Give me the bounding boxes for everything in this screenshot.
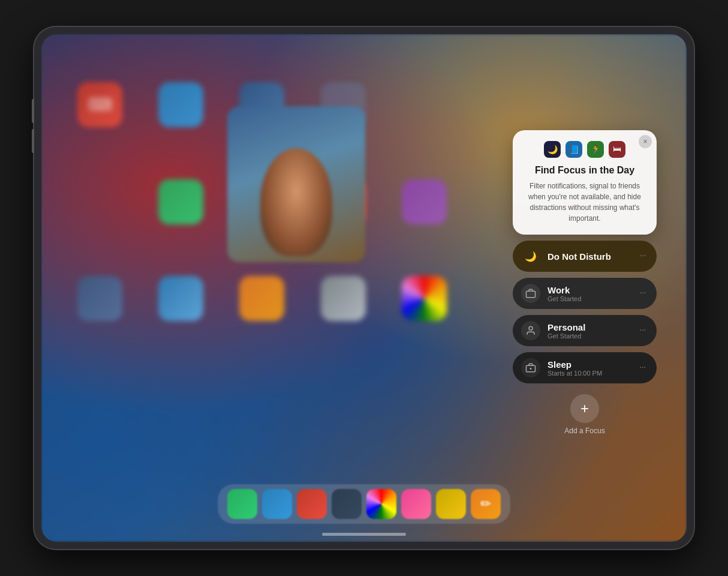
sleep-button[interactable]: Sleep Starts at 10:00 PM ··· [513,352,657,383]
work-text: Work Get Started [547,285,630,302]
sleep-mode-icon [521,358,540,377]
work-button[interactable]: Work Get Started ··· [513,278,657,309]
dock-icon-8: ✏ [471,489,501,519]
dock-icon-messages [227,489,257,519]
sleep-label: Sleep [547,359,630,370]
video-person [260,148,332,256]
work-sublabel: Get Started [547,295,630,302]
dock-icon-7 [436,489,466,519]
info-card-title: Find Focus in the Day [522,165,647,176]
moon-icon: 🌙 [544,141,561,158]
app-icon-terminal: ⌨ [77,82,122,127]
personal-more[interactable]: ··· [637,323,649,338]
video-thumbnail [227,106,365,262]
do-not-disturb-button[interactable]: 🌙 Do Not Disturb ··· [513,241,657,272]
focus-info-card: × 🌙 📘 🏃 🛏 Find Focus in the Day Filter n… [513,130,657,235]
dock-icon-4 [332,489,362,519]
svg-point-1 [529,326,533,330]
personal-button[interactable]: Personal Get Started ··· [513,315,657,346]
add-focus-section[interactable]: + Add a Focus [513,389,657,440]
dock-icon-6 [401,489,431,519]
add-focus-label: Add a Focus [564,427,604,435]
dock-icon-2 [262,489,292,519]
app-icon-9 [321,276,366,321]
book-icon: 📘 [565,141,582,158]
app-icon-7 [158,276,203,321]
app-icon-empty1 [402,82,447,127]
volume-down-button[interactable] [32,129,34,153]
info-card-body: Filter notifications, signal to friends … [522,181,647,224]
do-not-disturb-icon: 🌙 [521,247,540,266]
personal-sublabel: Get Started [547,332,630,340]
volume-up-button[interactable] [32,99,34,123]
dock-icon-photos [366,489,396,519]
dock: ✏ [218,484,510,524]
work-label: Work [547,285,630,295]
app-icon-maps [158,82,203,127]
work-more[interactable]: ··· [637,286,649,301]
personal-icon [521,321,540,340]
personal-text: Personal Get Started [547,322,630,340]
app-icon-5 [402,179,447,224]
app-icon-messages [158,179,203,224]
home-indicator [322,533,406,536]
focus-panel: × 🌙 📘 🏃 🛏 Find Focus in the Day Filter n… [513,130,657,440]
do-not-disturb-label: Do Not Disturb [547,251,630,262]
close-button[interactable]: × [639,135,652,148]
personal-label: Personal [547,322,630,332]
app-icon-empty2 [77,179,122,224]
dock-icon-3 [297,489,327,519]
sleep-text: Sleep Starts at 10:00 PM [547,359,630,377]
app-icon-8 [239,276,284,321]
do-not-disturb-text: Do Not Disturb [547,251,630,262]
run-icon: 🏃 [587,141,604,158]
ipad-device: ⌨ [34,27,694,549]
info-card-icons: 🌙 📘 🏃 🛏 [522,141,647,158]
sleep-more[interactable]: ··· [637,361,649,375]
app-icon-6 [77,276,122,321]
svg-rect-0 [527,291,536,298]
device-screen: ⌨ [41,34,687,542]
app-icon-10 [402,276,447,321]
sleep-icon: 🛏 [609,141,625,158]
sleep-sublabel: Starts at 10:00 PM [547,370,630,377]
do-not-disturb-more[interactable]: ··· [637,249,649,263]
work-icon [521,284,540,303]
add-focus-button[interactable]: + [570,394,599,423]
